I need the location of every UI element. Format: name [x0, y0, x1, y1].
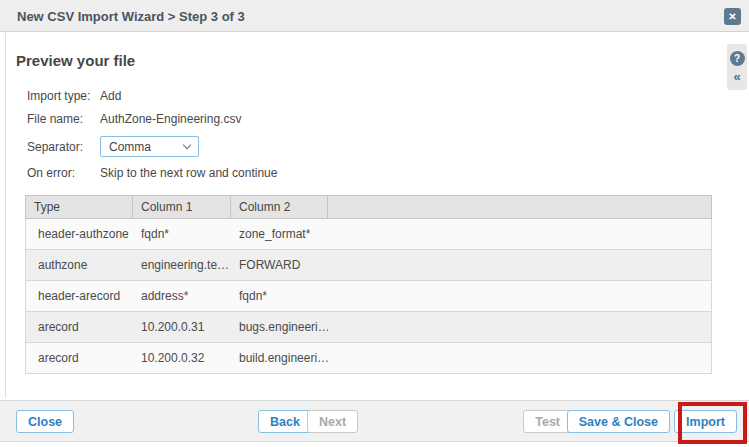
cell-column2: bugs.engineeri…: [231, 312, 328, 342]
table-row[interactable]: arecord 10.200.0.31 bugs.engineeri…: [25, 312, 712, 343]
table-row[interactable]: header-arecord address* fqdn*: [25, 281, 712, 312]
table-header-row: Type Column 1 Column 2: [25, 195, 712, 219]
import-button[interactable]: Import: [674, 410, 737, 433]
separator-label: Separator:: [27, 140, 83, 154]
cell-type: header-arecord: [26, 281, 133, 311]
table-row[interactable]: header-authzone fqdn* zone_format*: [25, 219, 712, 250]
cell-column2: FORWARD: [231, 250, 328, 280]
table-row[interactable]: arecord 10.200.0.32 build.engineeri…: [25, 343, 712, 374]
footer-bar: Close Back Next Test Save & Close Import: [0, 400, 749, 442]
cell-column2: build.engineeri…: [231, 343, 328, 373]
save-and-close-button[interactable]: Save & Close: [567, 410, 670, 433]
preview-table: Type Column 1 Column 2 header-authzone f…: [25, 195, 712, 374]
cell-column1: 10.200.0.31: [133, 312, 231, 342]
cell-type: arecord: [26, 312, 133, 342]
dialog-title-bar: New CSV Import Wizard > Step 3 of 3 ✕: [0, 0, 749, 32]
cell-column1: fqdn*: [133, 219, 231, 249]
import-type-value: Add: [100, 89, 121, 103]
dialog-title: New CSV Import Wizard > Step 3 of 3: [17, 9, 245, 24]
test-button: Test: [523, 410, 572, 433]
cell-column1: engineering.te…: [133, 250, 231, 280]
on-error-value: Skip to the next row and continue: [100, 166, 277, 180]
column-header-filler: [328, 196, 711, 218]
column-header-column2[interactable]: Column 2: [231, 196, 328, 218]
cell-column1: address*: [133, 281, 231, 311]
cell-type: header-authzone: [26, 219, 133, 249]
import-type-label: Import type:: [27, 89, 90, 103]
on-error-label: On error:: [27, 166, 75, 180]
cell-type: arecord: [26, 343, 133, 373]
separator-selected-value: Comma: [109, 140, 151, 154]
chevron-down-icon: [183, 141, 191, 149]
cell-column1: 10.200.0.32: [133, 343, 231, 373]
content-left-border: [5, 33, 6, 398]
cell-column2: zone_format*: [231, 219, 328, 249]
next-button: Next: [307, 410, 358, 433]
column-header-column1[interactable]: Column 1: [133, 196, 231, 218]
column-header-type[interactable]: Type: [26, 196, 133, 218]
cell-column2: fqdn*: [231, 281, 328, 311]
file-name-value: AuthZone-Engineering.csv: [100, 112, 241, 126]
collapse-panel-icon[interactable]: «: [733, 71, 740, 83]
page-title: Preview your file: [16, 52, 135, 69]
close-icon[interactable]: ✕: [724, 8, 741, 25]
table-row[interactable]: authzone engineering.te… FORWARD: [25, 250, 712, 281]
cell-type: authzone: [26, 250, 133, 280]
separator-select[interactable]: Comma: [100, 136, 199, 157]
close-button[interactable]: Close: [16, 410, 74, 433]
side-toolbar: ? «: [727, 44, 747, 90]
file-name-label: File name:: [27, 112, 83, 126]
help-icon[interactable]: ?: [730, 51, 745, 66]
back-button[interactable]: Back: [258, 410, 312, 433]
